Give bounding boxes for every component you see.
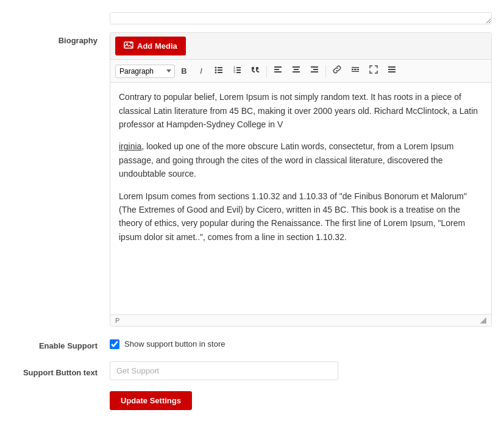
enable-support-label: Enable Support bbox=[12, 338, 110, 350]
biography-paragraph-1: Contrary to popular belief, Lorem Ipsum … bbox=[119, 90, 483, 131]
svg-rect-14 bbox=[274, 66, 282, 68]
svg-rect-23 bbox=[352, 69, 353, 70]
empty-label bbox=[12, 12, 110, 16]
svg-rect-16 bbox=[274, 71, 282, 73]
top-textarea[interactable] bbox=[110, 12, 492, 24]
support-button-text-input[interactable] bbox=[110, 361, 338, 380]
align-left-button[interactable] bbox=[269, 63, 286, 79]
svg-rect-7 bbox=[218, 72, 222, 73]
italic-button[interactable]: I bbox=[193, 63, 209, 79]
svg-rect-26 bbox=[352, 67, 359, 68]
svg-rect-5 bbox=[218, 69, 222, 71]
update-settings-control: Update Settings bbox=[110, 391, 492, 410]
biography-label: Biography bbox=[12, 32, 110, 45]
biography-paragraph-2-rest: , looked up one of the more obscure Lati… bbox=[119, 141, 453, 179]
svg-rect-19 bbox=[293, 71, 300, 73]
svg-rect-9 bbox=[236, 67, 241, 68]
svg-rect-30 bbox=[388, 71, 396, 73]
svg-rect-29 bbox=[388, 69, 396, 70]
add-media-button[interactable]: Add Media bbox=[115, 37, 186, 55]
editor-statusbar: P bbox=[110, 314, 491, 326]
svg-point-6 bbox=[215, 72, 217, 74]
biography-paragraph-3: Lorem Ipsum comes from sections 1.10.32 … bbox=[119, 189, 483, 244]
media-icon bbox=[124, 40, 133, 52]
add-media-label: Add Media bbox=[137, 41, 177, 51]
svg-point-4 bbox=[215, 69, 217, 71]
blockquote-button[interactable] bbox=[247, 63, 264, 79]
fullscreen-button[interactable] bbox=[365, 63, 382, 79]
biography-editor: Add Media Paragraph Heading 1 Heading 2 … bbox=[110, 32, 492, 327]
biography-paragraph-2: irginia, looked up one of the more obscu… bbox=[119, 140, 483, 180]
editor-media-toolbar: Add Media bbox=[110, 33, 491, 60]
ordered-list-button[interactable]: 1. 2. 3. bbox=[229, 63, 246, 79]
align-center-button[interactable] bbox=[288, 63, 305, 79]
update-settings-label-spacer bbox=[12, 391, 110, 395]
enable-support-checkbox-label[interactable]: Show support button in store bbox=[110, 339, 492, 349]
update-settings-button[interactable]: Update Settings bbox=[110, 391, 192, 410]
svg-rect-21 bbox=[313, 69, 318, 70]
svg-rect-3 bbox=[218, 67, 222, 68]
link-button[interactable] bbox=[328, 63, 346, 79]
toolbar-divider-1 bbox=[266, 65, 267, 77]
svg-rect-13 bbox=[236, 72, 241, 73]
toolbar-divider-2 bbox=[325, 65, 326, 77]
bold-button[interactable]: B bbox=[176, 63, 192, 79]
editor-format-toolbar: Paragraph Heading 1 Heading 2 Heading 3 … bbox=[110, 60, 491, 83]
svg-text:3.: 3. bbox=[233, 70, 236, 74]
svg-rect-24 bbox=[354, 69, 357, 70]
svg-rect-20 bbox=[311, 66, 318, 68]
top-textarea-wrapper bbox=[110, 12, 492, 26]
enable-support-checkbox[interactable] bbox=[110, 339, 119, 349]
editor-content-area[interactable]: Contrary to popular belief, Lorem Ipsum … bbox=[110, 83, 491, 314]
svg-rect-15 bbox=[274, 69, 279, 70]
biography-underline-text: irginia bbox=[119, 141, 141, 151]
svg-rect-22 bbox=[311, 71, 318, 73]
svg-rect-25 bbox=[357, 69, 359, 70]
resize-handle[interactable] bbox=[480, 317, 486, 324]
biography-editor-wrapper: Add Media Paragraph Heading 1 Heading 2 … bbox=[110, 32, 492, 327]
paragraph-select[interactable]: Paragraph Heading 1 Heading 2 Heading 3 … bbox=[115, 65, 175, 78]
more-tag-button[interactable] bbox=[347, 63, 364, 79]
statusbar-path: P bbox=[115, 317, 119, 324]
kitchen-sink-button[interactable] bbox=[383, 63, 400, 79]
enable-support-control: Show support button in store bbox=[110, 339, 492, 349]
svg-rect-27 bbox=[352, 71, 359, 73]
svg-rect-18 bbox=[294, 69, 299, 70]
enable-support-checkbox-text: Show support button in store bbox=[124, 339, 225, 349]
svg-rect-11 bbox=[236, 69, 241, 71]
unordered-list-button[interactable] bbox=[210, 63, 227, 79]
svg-rect-17 bbox=[293, 66, 300, 68]
support-button-text-control bbox=[110, 361, 492, 380]
svg-point-2 bbox=[215, 67, 217, 69]
align-right-button[interactable] bbox=[306, 63, 323, 79]
support-button-text-label: Support Button text bbox=[12, 364, 110, 377]
svg-rect-28 bbox=[388, 66, 396, 68]
